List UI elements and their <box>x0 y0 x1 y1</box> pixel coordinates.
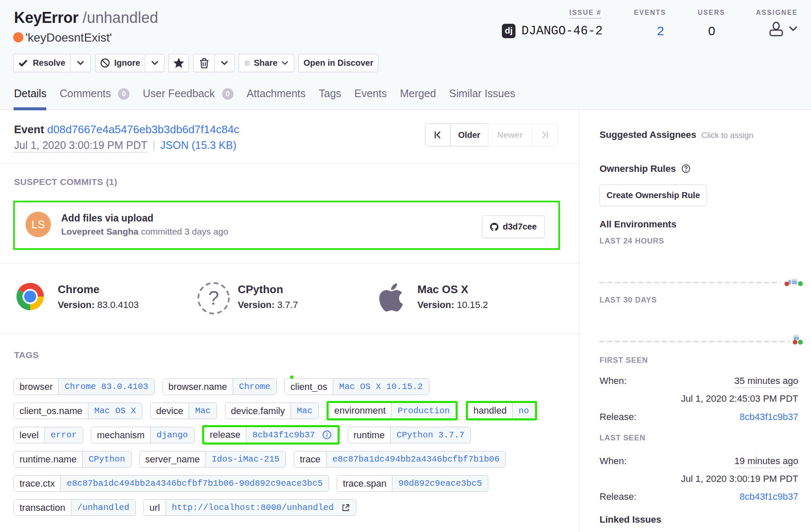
svg-text:?: ? <box>208 287 219 309</box>
